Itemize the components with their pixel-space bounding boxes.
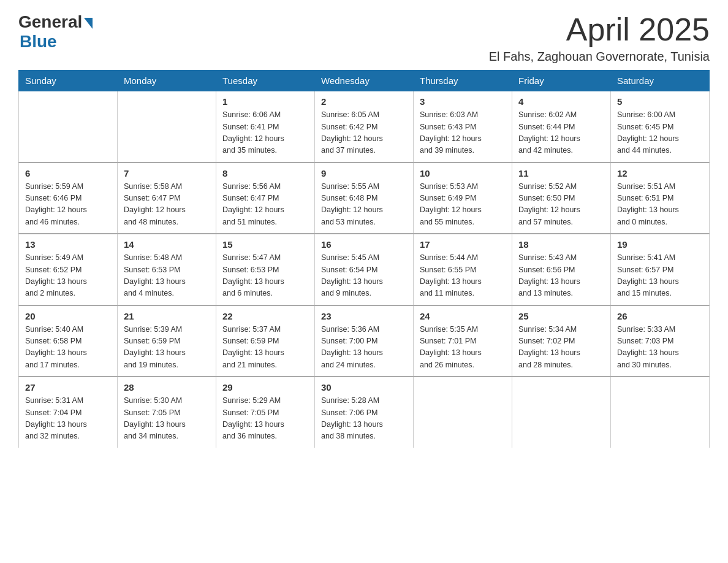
day-info: Sunrise: 5:51 AMSunset: 6:51 PMDaylight:… xyxy=(617,181,703,229)
day-number: 18 xyxy=(518,239,604,250)
day-number: 16 xyxy=(321,239,407,250)
month-title: April 2025 xyxy=(489,12,710,47)
calendar-week-row: 6Sunrise: 5:59 AMSunset: 6:46 PMDaylight… xyxy=(19,163,710,234)
day-info: Sunrise: 6:00 AMSunset: 6:45 PMDaylight:… xyxy=(617,109,703,157)
day-info: Sunrise: 5:41 AMSunset: 6:57 PMDaylight:… xyxy=(617,252,703,300)
day-info: Sunrise: 5:44 AMSunset: 6:55 PMDaylight:… xyxy=(420,252,506,300)
weekday-header-sunday: Sunday xyxy=(19,71,118,91)
title-section: April 2025 El Fahs, Zaghouan Governorate… xyxy=(489,12,710,64)
day-info: Sunrise: 5:52 AMSunset: 6:50 PMDaylight:… xyxy=(518,181,604,229)
day-info: Sunrise: 5:47 AMSunset: 6:53 PMDaylight:… xyxy=(222,252,308,300)
calendar-cell: 30Sunrise: 5:28 AMSunset: 7:06 PMDayligh… xyxy=(315,377,414,448)
day-info: Sunrise: 5:59 AMSunset: 6:46 PMDaylight:… xyxy=(25,181,111,229)
calendar-cell: 13Sunrise: 5:49 AMSunset: 6:52 PMDayligh… xyxy=(19,234,118,305)
logo-blue-text: Blue xyxy=(20,32,57,52)
day-info: Sunrise: 5:45 AMSunset: 6:54 PMDaylight:… xyxy=(321,252,407,300)
weekday-header-wednesday: Wednesday xyxy=(315,71,414,91)
calendar-cell: 20Sunrise: 5:40 AMSunset: 6:58 PMDayligh… xyxy=(19,305,118,377)
day-info: Sunrise: 5:56 AMSunset: 6:47 PMDaylight:… xyxy=(222,181,308,229)
day-info: Sunrise: 6:02 AMSunset: 6:44 PMDaylight:… xyxy=(518,109,604,157)
calendar-cell: 4Sunrise: 6:02 AMSunset: 6:44 PMDaylight… xyxy=(512,91,611,163)
weekday-header-tuesday: Tuesday xyxy=(216,71,315,91)
day-info: Sunrise: 5:36 AMSunset: 7:00 PMDaylight:… xyxy=(321,324,407,372)
day-number: 21 xyxy=(124,311,210,321)
page-header: General Blue April 2025 El Fahs, Zaghoua… xyxy=(18,12,710,64)
day-info: Sunrise: 5:40 AMSunset: 6:58 PMDaylight:… xyxy=(25,324,111,372)
day-number: 29 xyxy=(222,382,308,393)
calendar-week-row: 20Sunrise: 5:40 AMSunset: 6:58 PMDayligh… xyxy=(19,305,710,377)
weekday-header-friday: Friday xyxy=(512,71,611,91)
calendar-cell: 16Sunrise: 5:45 AMSunset: 6:54 PMDayligh… xyxy=(315,234,414,305)
calendar-cell: 1Sunrise: 6:06 AMSunset: 6:41 PMDaylight… xyxy=(216,91,315,163)
calendar-cell: 11Sunrise: 5:52 AMSunset: 6:50 PMDayligh… xyxy=(512,163,611,234)
calendar-cell: 7Sunrise: 5:58 AMSunset: 6:47 PMDaylight… xyxy=(118,163,216,234)
weekday-header-saturday: Saturday xyxy=(611,71,710,91)
day-number: 1 xyxy=(222,96,308,107)
day-number: 8 xyxy=(222,168,308,178)
calendar-cell xyxy=(414,377,512,448)
day-number: 7 xyxy=(124,168,210,178)
day-info: Sunrise: 5:37 AMSunset: 6:59 PMDaylight:… xyxy=(222,324,308,372)
day-number: 26 xyxy=(617,311,703,321)
day-info: Sunrise: 5:35 AMSunset: 7:01 PMDaylight:… xyxy=(420,324,506,372)
calendar-header-row: SundayMondayTuesdayWednesdayThursdayFrid… xyxy=(19,71,710,91)
calendar-cell: 28Sunrise: 5:30 AMSunset: 7:05 PMDayligh… xyxy=(118,377,216,448)
logo: General Blue xyxy=(18,12,93,52)
day-number: 23 xyxy=(321,311,407,321)
calendar-cell: 15Sunrise: 5:47 AMSunset: 6:53 PMDayligh… xyxy=(216,234,315,305)
day-number: 10 xyxy=(420,168,506,178)
day-number: 2 xyxy=(321,96,407,107)
day-number: 13 xyxy=(25,239,111,250)
day-number: 19 xyxy=(617,239,703,250)
day-number: 30 xyxy=(321,382,407,393)
day-number: 6 xyxy=(25,168,111,178)
day-info: Sunrise: 5:33 AMSunset: 7:03 PMDaylight:… xyxy=(617,324,703,372)
calendar-cell xyxy=(512,377,611,448)
day-number: 24 xyxy=(420,311,506,321)
calendar-cell: 26Sunrise: 5:33 AMSunset: 7:03 PMDayligh… xyxy=(611,305,710,377)
day-info: Sunrise: 5:58 AMSunset: 6:47 PMDaylight:… xyxy=(124,181,210,229)
day-info: Sunrise: 6:05 AMSunset: 6:42 PMDaylight:… xyxy=(321,109,407,157)
calendar-cell: 10Sunrise: 5:53 AMSunset: 6:49 PMDayligh… xyxy=(414,163,512,234)
calendar-cell: 5Sunrise: 6:00 AMSunset: 6:45 PMDaylight… xyxy=(611,91,710,163)
weekday-header-thursday: Thursday xyxy=(414,71,512,91)
day-number: 20 xyxy=(25,311,111,321)
calendar-cell: 8Sunrise: 5:56 AMSunset: 6:47 PMDaylight… xyxy=(216,163,315,234)
day-info: Sunrise: 5:29 AMSunset: 7:05 PMDaylight:… xyxy=(222,395,308,443)
day-info: Sunrise: 5:30 AMSunset: 7:05 PMDaylight:… xyxy=(124,395,210,443)
day-number: 15 xyxy=(222,239,308,250)
calendar-cell: 21Sunrise: 5:39 AMSunset: 6:59 PMDayligh… xyxy=(118,305,216,377)
day-info: Sunrise: 5:48 AMSunset: 6:53 PMDaylight:… xyxy=(124,252,210,300)
day-number: 17 xyxy=(420,239,506,250)
calendar-cell: 17Sunrise: 5:44 AMSunset: 6:55 PMDayligh… xyxy=(414,234,512,305)
day-number: 4 xyxy=(518,96,604,107)
calendar-week-row: 13Sunrise: 5:49 AMSunset: 6:52 PMDayligh… xyxy=(19,234,710,305)
day-info: Sunrise: 5:55 AMSunset: 6:48 PMDaylight:… xyxy=(321,181,407,229)
calendar-cell: 23Sunrise: 5:36 AMSunset: 7:00 PMDayligh… xyxy=(315,305,414,377)
calendar-cell: 29Sunrise: 5:29 AMSunset: 7:05 PMDayligh… xyxy=(216,377,315,448)
calendar-cell xyxy=(19,91,118,163)
calendar-week-row: 1Sunrise: 6:06 AMSunset: 6:41 PMDaylight… xyxy=(19,91,710,163)
calendar-cell: 12Sunrise: 5:51 AMSunset: 6:51 PMDayligh… xyxy=(611,163,710,234)
calendar-cell: 19Sunrise: 5:41 AMSunset: 6:57 PMDayligh… xyxy=(611,234,710,305)
location-text: El Fahs, Zaghouan Governorate, Tunisia xyxy=(489,50,710,64)
calendar-cell: 9Sunrise: 5:55 AMSunset: 6:48 PMDaylight… xyxy=(315,163,414,234)
calendar-cell: 27Sunrise: 5:31 AMSunset: 7:04 PMDayligh… xyxy=(19,377,118,448)
calendar-cell xyxy=(611,377,710,448)
calendar-cell xyxy=(118,91,216,163)
day-number: 22 xyxy=(222,311,308,321)
day-info: Sunrise: 5:28 AMSunset: 7:06 PMDaylight:… xyxy=(321,395,407,443)
day-info: Sunrise: 5:31 AMSunset: 7:04 PMDaylight:… xyxy=(25,395,111,443)
day-number: 9 xyxy=(321,168,407,178)
calendar-week-row: 27Sunrise: 5:31 AMSunset: 7:04 PMDayligh… xyxy=(19,377,710,448)
day-number: 25 xyxy=(518,311,604,321)
day-info: Sunrise: 6:06 AMSunset: 6:41 PMDaylight:… xyxy=(222,109,308,157)
weekday-header-monday: Monday xyxy=(118,71,216,91)
day-number: 3 xyxy=(420,96,506,107)
logo-arrow-icon xyxy=(84,18,93,29)
calendar-cell: 14Sunrise: 5:48 AMSunset: 6:53 PMDayligh… xyxy=(118,234,216,305)
day-info: Sunrise: 6:03 AMSunset: 6:43 PMDaylight:… xyxy=(420,109,506,157)
day-number: 14 xyxy=(124,239,210,250)
day-info: Sunrise: 5:34 AMSunset: 7:02 PMDaylight:… xyxy=(518,324,604,372)
day-number: 28 xyxy=(124,382,210,393)
